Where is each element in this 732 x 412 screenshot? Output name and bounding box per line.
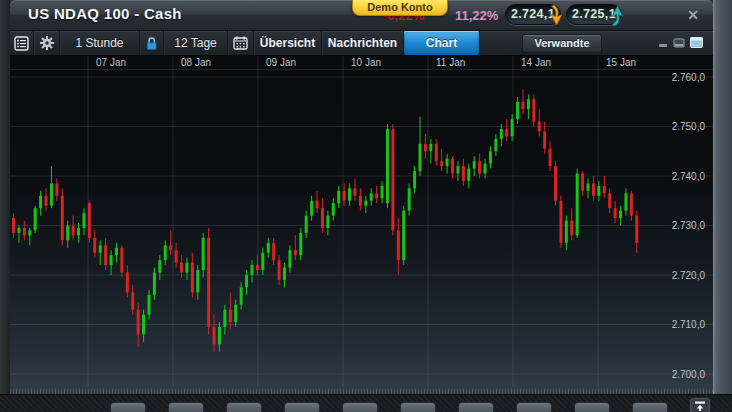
dock-button[interactable] (226, 402, 262, 412)
range-dropdown[interactable]: 12 Tage (164, 31, 228, 55)
restore-icon[interactable] (673, 34, 685, 52)
window-title: US NDAQ 100 - Cash (28, 5, 182, 22)
close-icon[interactable]: ✕ (684, 6, 702, 24)
candle-body (218, 327, 221, 344)
candle-body (565, 221, 568, 243)
candle-body (240, 287, 243, 304)
candle-body (619, 211, 622, 218)
candle-body (581, 174, 584, 191)
chart-toolbar: 1 Stunde 12 Tage Übersicht Nachrichten C… (10, 30, 713, 56)
candle-body (321, 208, 324, 228)
gear-icon[interactable] (34, 31, 60, 55)
candle-body (99, 245, 102, 252)
candle-body (229, 310, 232, 322)
bottom-dock-bar (0, 394, 732, 412)
buy-price-button[interactable]: 2.725,1 (566, 4, 622, 25)
x-axis-label: 11 Jan (436, 57, 465, 68)
desktop-edge-left (0, 0, 10, 394)
candle-body (500, 129, 503, 139)
y-axis-label: 2.710,0 (672, 319, 706, 330)
dock-button[interactable] (516, 402, 552, 412)
lock-icon[interactable] (140, 31, 164, 55)
candle-body (424, 144, 427, 151)
calendar-icon[interactable] (228, 31, 254, 55)
candle-body (223, 310, 226, 327)
price-chart[interactable]: 07 Jan08 Jan09 Jan10 Jan11 Jan14 Jan15 J… (10, 56, 713, 394)
candle-body (576, 174, 579, 236)
candle-body (554, 166, 557, 201)
interval-dropdown[interactable]: 1 Stunde (60, 31, 140, 55)
dock-button[interactable] (110, 402, 146, 412)
candle-body (110, 255, 113, 265)
y-axis-label: 2.730,0 (672, 220, 706, 231)
candle-body (494, 139, 497, 151)
x-axis-label: 09 Jan (266, 57, 296, 68)
list-settings-icon[interactable] (10, 31, 34, 55)
candle-body (180, 263, 183, 273)
desktop-edge-right (713, 0, 732, 394)
candle-body (370, 193, 373, 200)
candle-body (261, 253, 264, 270)
x-axis-label: 10 Jan (351, 57, 381, 68)
tab-verwandte[interactable]: Verwandte (522, 34, 602, 53)
dock-button[interactable] (168, 402, 204, 412)
tab-uebersicht[interactable]: Übersicht (254, 31, 322, 55)
candle-body (272, 243, 275, 260)
arrow-down-icon (548, 4, 565, 27)
candle-body (153, 273, 156, 295)
dock-button[interactable] (342, 402, 378, 412)
candle-body (310, 201, 313, 216)
dock-button[interactable] (284, 402, 320, 412)
candle-body (408, 188, 411, 210)
dock-button[interactable] (458, 402, 494, 412)
candle-body (608, 193, 611, 208)
maximize-icon[interactable] (690, 34, 703, 52)
candle-body (88, 203, 91, 238)
candle-body (397, 230, 400, 260)
arrow-up-icon (609, 4, 626, 27)
candle-body (543, 131, 546, 148)
candle-body (126, 273, 129, 293)
minimize-icon[interactable] (658, 34, 668, 52)
candle-body (364, 201, 367, 206)
candle-body (28, 230, 31, 235)
candle-body (624, 193, 627, 210)
interval-label: 1 Stunde (75, 36, 123, 50)
candle-body (505, 129, 508, 136)
sell-price-button[interactable]: 2.724,1 (505, 4, 561, 25)
x-axis-label: 07 Jan (96, 57, 126, 68)
instrument-window: US NDAQ 100 - Cash -0,22% 11,22% Demo Ko… (10, 0, 713, 394)
candle-body (77, 228, 80, 235)
candle-body (353, 188, 356, 195)
candle-body (283, 268, 286, 280)
tab-chart[interactable]: Chart (404, 31, 480, 55)
candle-body (446, 159, 449, 166)
dock-button[interactable] (632, 402, 668, 412)
candle-body (45, 196, 48, 206)
y-axis-label: 2.740,0 (672, 171, 706, 182)
y-axis-label: 2.760,0 (672, 72, 706, 83)
x-axis-label: 15 Jan (606, 57, 636, 68)
candle-body (527, 99, 530, 109)
candle-body (82, 213, 85, 228)
candle-body (169, 245, 172, 250)
candle-body (489, 151, 492, 163)
candle-body (391, 129, 394, 230)
candle-body (549, 149, 552, 166)
title-bar[interactable]: US NDAQ 100 - Cash -0,22% 11,22% Demo Ko… (10, 0, 713, 30)
candle-body (278, 260, 281, 280)
candle-body (635, 216, 638, 243)
candle-body (175, 250, 178, 262)
candle-body (440, 161, 443, 166)
dock-button[interactable] (574, 402, 610, 412)
dock-button[interactable] (400, 402, 436, 412)
candle-body (93, 238, 96, 253)
dock-arrow-icon[interactable] (690, 398, 710, 412)
y-axis-label: 2.700,0 (672, 369, 706, 380)
candle-body (516, 102, 519, 119)
candle-body (299, 233, 302, 255)
candle-body (375, 193, 378, 198)
tab-nachrichten[interactable]: Nachrichten (322, 31, 404, 55)
candle-body (288, 250, 291, 267)
demo-account-badge: Demo Konto (352, 0, 448, 16)
